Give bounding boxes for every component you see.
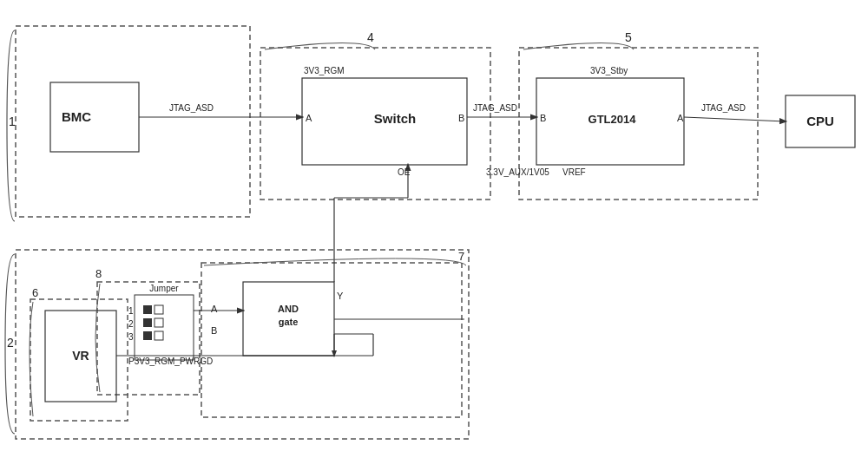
- svg-rect-19: [155, 331, 163, 340]
- svg-text:8: 8: [95, 267, 102, 280]
- svg-text:BMC: BMC: [62, 109, 91, 124]
- svg-text:JTAG_ASD: JTAG_ASD: [701, 103, 746, 113]
- svg-rect-16: [143, 331, 152, 340]
- svg-text:VR: VR: [72, 349, 89, 363]
- svg-text:B: B: [540, 113, 546, 123]
- svg-text:CPU: CPU: [806, 114, 834, 128]
- svg-text:OE: OE: [398, 167, 411, 177]
- svg-rect-1: [260, 48, 490, 200]
- svg-text:3.3V_AUX/1V05: 3.3V_AUX/1V05: [486, 167, 549, 177]
- svg-rect-18: [155, 318, 163, 327]
- svg-rect-11: [45, 311, 116, 402]
- svg-text:5: 5: [625, 30, 632, 44]
- svg-rect-10: [786, 95, 855, 147]
- svg-text:GTL2014: GTL2014: [589, 113, 637, 126]
- svg-rect-8: [302, 78, 467, 165]
- svg-text:AND: AND: [278, 304, 299, 314]
- svg-text:VREF: VREF: [562, 167, 586, 177]
- svg-text:7: 7: [458, 250, 464, 263]
- svg-text:A: A: [306, 113, 312, 123]
- diagram: 1 2 4 5 6 7 8 JTAG_ASD JTAG_ASD JTAG_ASD…: [0, 0, 868, 458]
- svg-text:3V3_Stby: 3V3_Stby: [590, 66, 628, 75]
- svg-text:A: A: [677, 113, 684, 123]
- circuit-svg: 1 2 4 5 6 7 8 JTAG_ASD JTAG_ASD JTAG_ASD…: [0, 0, 868, 458]
- svg-text:B: B: [458, 113, 464, 123]
- svg-rect-4: [30, 299, 128, 421]
- svg-rect-2: [519, 48, 758, 200]
- svg-text:JTAG_ASD: JTAG_ASD: [473, 103, 517, 113]
- svg-text:gate: gate: [279, 317, 299, 327]
- svg-rect-5: [201, 263, 462, 417]
- svg-text:JTAG_ASD: JTAG_ASD: [169, 103, 214, 113]
- svg-rect-14: [143, 305, 152, 314]
- svg-text:3V3_RGM: 3V3_RGM: [304, 66, 345, 75]
- svg-rect-12: [243, 282, 334, 356]
- svg-rect-0: [16, 26, 250, 217]
- svg-text:B: B: [211, 325, 217, 336]
- svg-text:P3V3_RGM_PWRGD: P3V3_RGM_PWRGD: [128, 357, 213, 366]
- svg-rect-17: [155, 305, 163, 314]
- svg-text:6: 6: [32, 286, 38, 299]
- svg-text:A: A: [211, 304, 218, 314]
- svg-text:2: 2: [128, 319, 134, 329]
- svg-line-22: [684, 117, 786, 121]
- svg-rect-15: [143, 318, 152, 327]
- svg-text:Y: Y: [337, 291, 344, 301]
- svg-text:4: 4: [367, 30, 374, 44]
- svg-text:2: 2: [7, 336, 14, 350]
- svg-text:Jumper: Jumper: [149, 284, 179, 293]
- svg-rect-9: [536, 78, 684, 165]
- svg-rect-6: [97, 282, 200, 395]
- svg-text:1: 1: [9, 114, 16, 128]
- svg-text:1: 1: [128, 306, 134, 316]
- svg-rect-13: [135, 295, 194, 360]
- svg-text:3: 3: [128, 332, 134, 342]
- svg-rect-3: [16, 250, 469, 439]
- svg-text:Switch: Switch: [374, 111, 416, 126]
- svg-rect-7: [50, 82, 139, 152]
